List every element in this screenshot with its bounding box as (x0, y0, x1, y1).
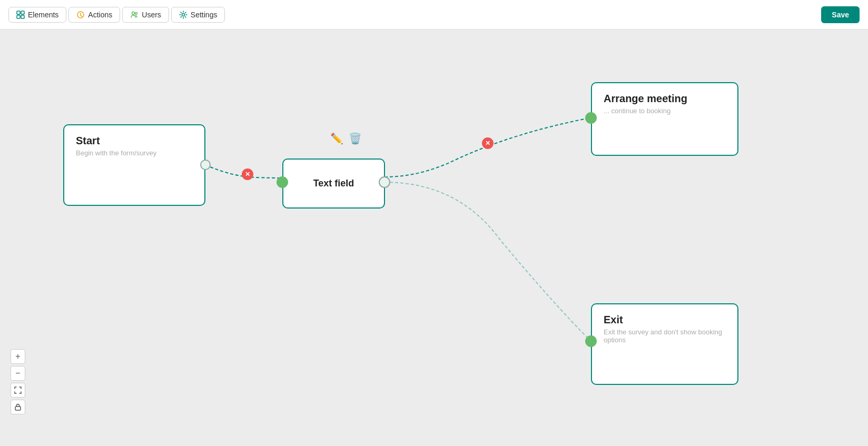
svg-rect-3 (21, 15, 24, 18)
action-icons: ✏️ 🗑️ (330, 132, 362, 145)
canvas[interactable]: ✏️ 🗑️ Start Begin with the form/survey ✕… (0, 29, 868, 446)
start-subtitle: Begin with the form/survey (76, 149, 193, 157)
actions-icon (76, 11, 85, 19)
arrange-input-dot[interactable] (585, 112, 597, 124)
exit-input-dot[interactable] (585, 335, 597, 347)
svg-point-6 (135, 12, 137, 14)
exit-subtitle: Exit the survey and don't show booking o… (604, 328, 726, 344)
fit-button[interactable] (11, 383, 25, 398)
textfield-output-dot[interactable] (379, 176, 390, 188)
node-textfield[interactable]: Text field (282, 158, 385, 209)
edit-icon[interactable]: ✏️ (330, 132, 343, 145)
users-icon (130, 11, 139, 19)
svg-rect-0 (17, 11, 20, 14)
lock-button[interactable] (11, 400, 25, 414)
arrange-subtitle: ... continue to booking (604, 107, 726, 115)
textfield-title: Text field (313, 178, 354, 189)
elements-tab-label: Elements (28, 11, 58, 19)
users-tab[interactable]: Users (122, 7, 169, 23)
save-button[interactable]: Save (821, 6, 860, 23)
svg-point-5 (132, 12, 135, 14)
elements-tab[interactable]: Elements (8, 7, 66, 23)
delete-icon[interactable]: 🗑️ (349, 132, 362, 145)
fit-icon (14, 386, 22, 394)
start-title: Start (76, 135, 193, 147)
settings-tab[interactable]: Settings (171, 7, 225, 23)
zoom-controls: + − (11, 349, 25, 414)
svg-rect-8 (15, 407, 21, 410)
textfield-input-dot[interactable] (277, 176, 288, 188)
exit-title: Exit (604, 314, 726, 326)
users-tab-label: Users (142, 11, 161, 19)
settings-tab-label: Settings (191, 11, 218, 19)
actions-tab[interactable]: Actions (68, 7, 120, 23)
node-start[interactable]: Start Begin with the form/survey (63, 124, 205, 206)
svg-point-7 (182, 13, 184, 16)
svg-rect-2 (17, 15, 20, 18)
nav-tabs: Elements Actions Users Settings (8, 7, 225, 23)
settings-icon (179, 11, 188, 19)
node-exit[interactable]: Exit Exit the survey and don't show book… (591, 303, 738, 385)
connector-delete-1[interactable]: ✕ (242, 169, 253, 180)
start-output-dot[interactable] (200, 160, 211, 170)
zoom-in-button[interactable]: + (11, 349, 25, 364)
connector-delete-2[interactable]: ✕ (482, 137, 494, 149)
actions-tab-label: Actions (88, 11, 112, 19)
header: Elements Actions Users Settings (0, 0, 868, 29)
lock-icon (15, 403, 21, 411)
elements-icon (16, 11, 25, 19)
arrange-title: Arrange meeting (604, 93, 726, 105)
zoom-out-button[interactable]: − (11, 366, 25, 381)
svg-rect-1 (21, 11, 24, 14)
node-arrange[interactable]: Arrange meeting ... continue to booking (591, 82, 738, 156)
